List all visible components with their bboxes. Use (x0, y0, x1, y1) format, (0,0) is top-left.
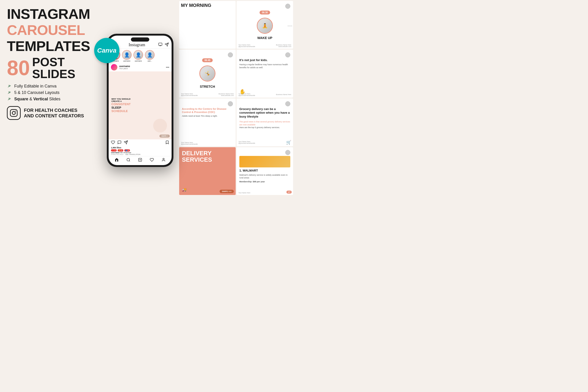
card-footer-wakeup: Your Name Here @yourusernamehandle Busin… (238, 44, 291, 47)
slides-label: SLIDES (32, 68, 75, 80)
heart-icon[interactable] (111, 140, 115, 145)
sleep-body: Having a regular bedtime may have numero… (239, 63, 290, 69)
stretch-circle-img: 🤸 (199, 66, 216, 82)
see-translation[interactable]: SEE TRANSLATION (125, 154, 140, 155)
card-footer-grocery: Your Name Here @yourusernamehandle 🛒 (238, 140, 291, 145)
username-wakeup: @yourusernamehandle (238, 46, 255, 47)
delivery-swipe[interactable]: SWIPE >>> (220, 190, 234, 193)
post-location: Your place (119, 68, 164, 70)
post-caption: username Hi!! #marinad (111, 152, 169, 154)
grocery-body: Here are the top 5 grocery delivery serv… (239, 126, 290, 129)
username-sleep: @yourusernamehandle (238, 94, 255, 96)
svg-point-2 (15, 111, 16, 112)
story-item-3[interactable]: 👤 username (134, 50, 143, 62)
swipe-button-sleep[interactable]: SWIPE > (160, 134, 170, 138)
left-panel: INSTAGRAM CAROUSEL TEMPLATES 80 POST SLI… (0, 0, 101, 196)
feature-1: Fully Editable in Canva (7, 84, 94, 89)
for-line2: AND CONTENT CREATORS (24, 113, 84, 118)
home-nav-icon[interactable] (114, 158, 119, 163)
add-nav-icon[interactable] (138, 158, 142, 163)
sleep-schedule: SCHEDULE (112, 109, 169, 113)
post-info: 1,984 likes ❤️ 1 😍 9 👥 5 username Hi!! #… (109, 146, 172, 156)
svg-point-9 (127, 158, 130, 161)
biz-name-stretch: Business Name Here (219, 93, 234, 94)
biz-sleep: Business Name Here (276, 94, 291, 95)
wakeup-person: 🧘 (258, 18, 272, 33)
story-label-4: user... (148, 60, 152, 62)
your-name-cdc: Your Name Here (181, 142, 198, 143)
right-panel: MY MORNING 06:30 🧘 WAKE UP Your Name Her… (179, 0, 294, 196)
card-delivery: DELIVERY SERVICES SWIPE >>> 🚚 (179, 147, 236, 195)
your-name-stretch: Your Name Here (181, 93, 198, 94)
likes-count: 1,984 likes (111, 146, 169, 149)
card-footer-stretch: Your Name Here @yourusernamehandle Busin… (181, 93, 234, 96)
share-icon[interactable] (124, 140, 128, 145)
title-carousel: CAROUSEL (7, 23, 94, 37)
sleep-why: WHY YOU SHOULD (112, 98, 169, 100)
instagram-logo: Instagram (128, 42, 145, 47)
comment-icon[interactable] (117, 140, 122, 145)
post-image-sleep: WHY YOU SHOULD CREATE A CONSISTENT SLEEP… (109, 72, 172, 140)
walmart-membership: Membership: $98 per year (239, 180, 290, 183)
feature-2-text: 5 & 10 Carousel Layouts (14, 90, 60, 95)
story-item-2[interactable]: 👤 username (122, 50, 132, 62)
instagram-icon (10, 109, 18, 117)
footer-name-cdc: Your Name Here @yourusernamehandle (181, 142, 198, 145)
story-avatar-4: 👤 (145, 50, 154, 60)
sleep-heading: It's not just for kids. (239, 58, 290, 62)
your-name-sleep: Your Name Here (238, 93, 255, 94)
reaction-heart: ❤️ 1 (111, 149, 117, 152)
story-item-4[interactable]: 👤 user... (145, 50, 154, 62)
username-grocery: @yourusernamehandle (238, 142, 255, 144)
sleep-decoration (153, 119, 167, 132)
your-name-grocery: Your Name Here (238, 141, 255, 142)
svg-line-10 (129, 160, 130, 161)
post-slides: POST SLIDES (32, 56, 75, 80)
footer-name-grocery: Your Name Here @yourusernamehandle (238, 141, 255, 144)
search-nav-icon[interactable] (126, 158, 130, 163)
instagram-icon-box (7, 106, 21, 120)
center-panel: Canva Instagram (101, 0, 179, 196)
dotted-line-wakeup (288, 26, 292, 28)
story-label-2: username (123, 60, 130, 62)
header-actions (158, 42, 169, 48)
footer-name-wakeup: Your Name Here @yourusernamehandle (238, 44, 255, 47)
card-morning: MY MORNING (179, 1, 236, 49)
logo-wakeup (285, 4, 290, 9)
feature-3: Square & Vertical Slides (7, 96, 94, 102)
walmart-img (239, 156, 290, 168)
leaf-icon-2 (7, 90, 12, 95)
story-img-4: 👤 (146, 50, 154, 59)
send-icon[interactable] (165, 42, 169, 48)
footer-name-stretch: Your Name Here @yourusernamehandle (181, 93, 198, 96)
bookmark-icon[interactable] (165, 140, 169, 145)
number-80: 80 (7, 58, 30, 78)
post-username: username (119, 65, 164, 68)
slides-row: 80 POST SLIDES (7, 56, 94, 80)
delivery-truck-icon: 🚚 (182, 188, 186, 192)
tv-icon[interactable] (158, 42, 162, 48)
leaf-icon-1 (7, 84, 12, 89)
svg-point-14 (163, 158, 164, 160)
walmart-body: Walmart's delivery service is widely ava… (239, 174, 290, 179)
cdc-heading: According to the Centers for Disease Con… (182, 107, 233, 114)
profile-nav-icon[interactable] (162, 158, 166, 163)
cdc-body: Adults need at least 7hrs sleep a night. (182, 114, 233, 118)
card-footer-walmart: Your Name Here (238, 192, 291, 194)
card-sleep-info: It's not just for kids. Having a regular… (236, 50, 293, 97)
grocery-heading: Grocery delivery can be a convenient opt… (239, 107, 290, 119)
post-time: 8 MINUTES AGO (111, 154, 123, 155)
heart-nav-icon[interactable] (150, 158, 154, 163)
your-name-walmart: Your Name Here (238, 192, 250, 194)
post-label: POST (32, 56, 75, 68)
phone-notch (131, 38, 149, 42)
feature-2: 5 & 10 Carousel Layouts (7, 90, 94, 95)
title-instagram: INSTAGRAM (7, 7, 94, 21)
card-top-cdc (182, 101, 233, 106)
canva-badge: Canva (94, 38, 120, 63)
logo-grocery (285, 101, 290, 106)
svg-rect-4 (158, 43, 162, 46)
logo-walmart (285, 150, 290, 155)
more-options-icon[interactable]: ••• (166, 66, 169, 69)
svg-rect-0 (10, 110, 17, 116)
